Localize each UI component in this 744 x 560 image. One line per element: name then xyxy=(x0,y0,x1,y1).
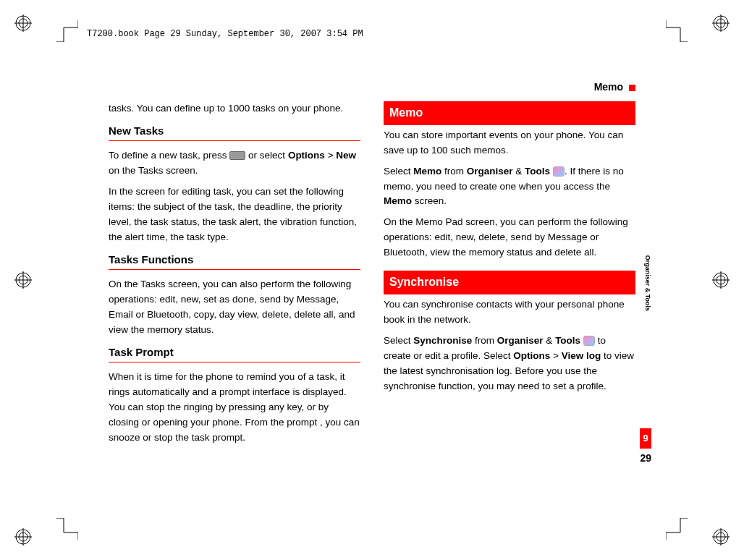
heading-rule xyxy=(109,362,360,362)
registration-mark-icon xyxy=(14,14,32,32)
registration-mark-icon xyxy=(712,14,730,32)
page-number: 29 xyxy=(640,452,651,464)
heading-tasks-functions: Tasks Functions xyxy=(109,251,360,268)
heading-new-tasks: New Tasks xyxy=(109,122,360,139)
body-text: Select Memo from Organiser & Tools . If … xyxy=(384,164,635,210)
body-text: To define a new task, press or select Op… xyxy=(109,148,360,179)
body-text: In the screen for editing task, you can … xyxy=(109,184,360,245)
key-icon xyxy=(229,151,245,160)
crop-mark-icon xyxy=(666,20,688,42)
body-text: On the Memo Pad screen, you can perform … xyxy=(384,215,635,260)
section-bar-synchronise: Synchronise xyxy=(384,271,635,294)
heading-task-prompt: Task Prompt xyxy=(109,344,360,360)
body-text: You can synchronise contacts with your p… xyxy=(384,297,635,328)
registration-mark-icon xyxy=(14,528,32,546)
heading-rule xyxy=(109,140,360,141)
running-head: Memo xyxy=(594,81,635,93)
body-text: On the Tasks screen, you can also perfor… xyxy=(109,277,360,338)
side-chapter-label: Organiser & Tools xyxy=(644,255,651,311)
registration-mark-icon xyxy=(712,528,730,546)
body-text: When it is time for the phone to remind … xyxy=(109,370,360,446)
column-left: tasks. You can define up to 1000 tasks o… xyxy=(109,101,360,451)
crop-mark-icon xyxy=(666,518,688,540)
side-chapter-tab: 9 xyxy=(640,428,651,449)
tools-icon xyxy=(553,166,565,177)
registration-mark-icon xyxy=(712,271,730,289)
body-text: Select Synchronise from Organiser & Tool… xyxy=(384,334,635,394)
section-bar-memo: Memo xyxy=(384,101,635,125)
body-text: You can store important events on your p… xyxy=(384,128,635,158)
crop-mark-icon xyxy=(56,20,78,42)
header-square-icon xyxy=(629,85,635,91)
crop-mark-icon xyxy=(56,518,78,540)
heading-rule xyxy=(109,269,360,270)
page-content: tasks. You can define up to 1000 tasks o… xyxy=(109,101,635,451)
print-header-line: T7200.book Page 29 Sunday, September 30,… xyxy=(87,29,363,39)
tools-icon xyxy=(583,336,595,346)
registration-mark-icon xyxy=(14,271,32,289)
running-head-text: Memo xyxy=(594,81,623,93)
column-right: Memo You can store important events on y… xyxy=(384,101,635,451)
body-text: tasks. You can define up to 1000 tasks o… xyxy=(109,101,360,116)
